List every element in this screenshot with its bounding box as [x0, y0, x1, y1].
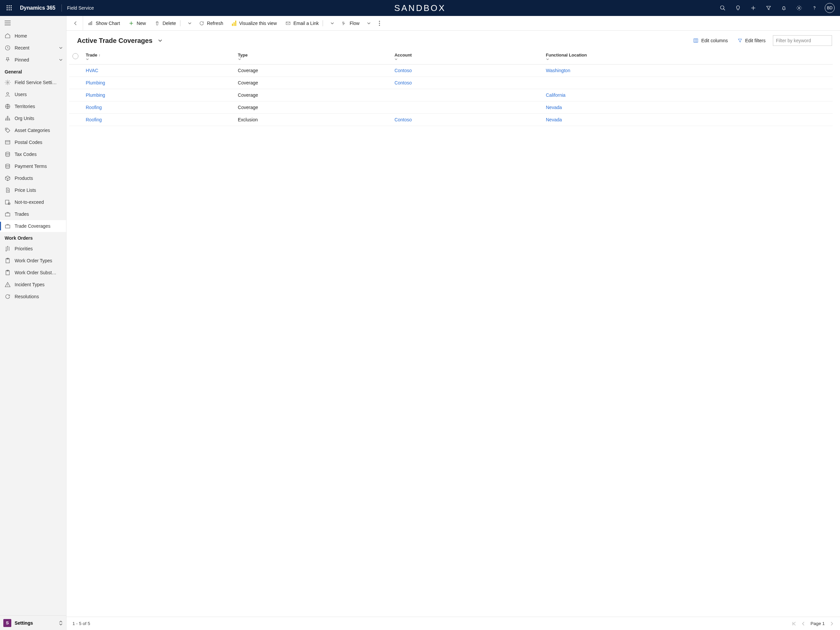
new-button[interactable]: New: [125, 19, 150, 28]
nav-item-payment-terms[interactable]: Payment Terms: [0, 160, 66, 172]
edit-columns-button[interactable]: Edit columns: [691, 36, 730, 44]
row-select[interactable]: [69, 77, 82, 89]
location-link[interactable]: Washington: [546, 68, 570, 73]
flow-chevron[interactable]: [364, 19, 374, 27]
overflow-button[interactable]: [376, 19, 384, 28]
row-select[interactable]: [69, 101, 82, 114]
nav-item-priorities[interactable]: Priorities: [0, 243, 66, 255]
nav-recent[interactable]: Recent: [0, 42, 66, 54]
svg-rect-50: [235, 21, 236, 26]
col-header-functional-location[interactable]: Functional Location: [543, 49, 833, 65]
area-switcher[interactable]: S Settings: [0, 616, 66, 630]
nav-item-trade-coverages[interactable]: Trade Coverages: [0, 220, 66, 232]
nav-item-territories[interactable]: Territories: [0, 100, 66, 112]
table-row[interactable]: RoofingCoverageNevada: [69, 101, 833, 114]
help-icon: [812, 5, 817, 11]
nav-item-work-order-subst-[interactable]: Work Order Subst…: [0, 267, 66, 279]
location-link[interactable]: California: [546, 92, 565, 98]
nav-item-products[interactable]: Products: [0, 172, 66, 184]
chevron-down-icon: [395, 57, 398, 61]
nav-item-price-lists[interactable]: Price Lists: [0, 184, 66, 196]
nav-item-field-service-setti-[interactable]: Field Service Setti…: [0, 76, 66, 89]
col-header-account[interactable]: Account: [391, 49, 543, 65]
edit-filters-button[interactable]: Edit filters: [735, 36, 767, 44]
nav-item-resolutions[interactable]: Resolutions: [0, 291, 66, 302]
powerbi-icon: [232, 21, 237, 26]
nav-item-asset-categories[interactable]: Asset Categories: [0, 124, 66, 136]
product-name[interactable]: Dynamics 365: [16, 5, 60, 11]
svg-point-27: [9, 119, 10, 120]
refresh-button[interactable]: Refresh: [195, 19, 227, 28]
prev-page-icon: [801, 621, 806, 626]
account-link[interactable]: Contoso: [395, 117, 412, 122]
nav-item-trades[interactable]: Trades: [0, 208, 66, 220]
visualize-button[interactable]: Visualize this view: [228, 19, 281, 28]
table-row[interactable]: RoofingExclusionContosoNevada: [69, 114, 833, 126]
delete-button[interactable]: Delete: [150, 18, 184, 28]
nav-item-work-order-types[interactable]: Work Order Types: [0, 255, 66, 267]
search-button[interactable]: [715, 0, 730, 16]
email-link-button[interactable]: Email a Link: [281, 18, 327, 28]
location-link[interactable]: Nevada: [546, 117, 562, 122]
module-name[interactable]: Field Service: [64, 5, 97, 11]
trade-link[interactable]: Plumbing: [86, 92, 105, 98]
row-select[interactable]: [69, 65, 82, 77]
trade-link[interactable]: HVAC: [86, 68, 98, 73]
col-header-trade[interactable]: Trade↑: [82, 49, 235, 65]
back-arrow-icon: [73, 20, 79, 26]
nav-group-heading: Work Orders: [0, 232, 66, 243]
quick-create-button[interactable]: [746, 0, 761, 16]
trade-link[interactable]: Plumbing: [86, 80, 105, 85]
pager-prev[interactable]: [801, 621, 806, 626]
nav-item-incident-types[interactable]: Incident Types: [0, 279, 66, 291]
table-row[interactable]: PlumbingCoverageContoso: [69, 77, 833, 89]
flow-button[interactable]: Flow: [338, 19, 363, 28]
location-link[interactable]: Nevada: [546, 105, 562, 110]
cell-account: [391, 89, 543, 101]
help-button[interactable]: [807, 0, 822, 16]
nav-item-org-units[interactable]: Org Units: [0, 112, 66, 124]
notifications-button[interactable]: [776, 0, 791, 16]
nav-item-tax-codes[interactable]: Tax Codes: [0, 148, 66, 160]
show-chart-button[interactable]: Show Chart: [84, 19, 124, 28]
view-title[interactable]: Active Trade Coverages: [77, 37, 153, 44]
col-header-type[interactable]: Type: [235, 49, 391, 65]
trade-link[interactable]: Roofing: [86, 105, 102, 110]
keyword-filter-input[interactable]: [773, 35, 832, 46]
view-selector-chevron[interactable]: [158, 38, 163, 43]
nav-item-users[interactable]: Users: [0, 89, 66, 100]
back-button[interactable]: [68, 16, 83, 30]
advanced-filter-button[interactable]: [761, 0, 776, 16]
account-link[interactable]: Contoso: [395, 68, 412, 73]
grid-footer: 1 - 5 of 5 Page 1: [66, 617, 840, 630]
avatar: BD: [825, 3, 835, 13]
delete-split-chevron[interactable]: [185, 19, 194, 27]
nav-item-postal-codes[interactable]: Postal Codes: [0, 136, 66, 148]
nav-item-not-to-exceed[interactable]: Not-to-exceed: [0, 196, 66, 208]
row-select[interactable]: [69, 114, 82, 126]
select-all-header[interactable]: [69, 49, 82, 65]
select-all-circle[interactable]: [73, 53, 78, 59]
svg-rect-0: [7, 5, 8, 6]
svg-point-15: [799, 7, 800, 9]
pager-next[interactable]: [829, 621, 834, 626]
nav-group-heading: General: [0, 66, 66, 76]
trade-link[interactable]: Roofing: [86, 117, 102, 122]
nav-collapse-button[interactable]: [0, 16, 66, 30]
nav-pinned[interactable]: Pinned: [0, 54, 66, 66]
app-launcher-button[interactable]: [3, 5, 16, 11]
svg-rect-4: [9, 7, 9, 8]
row-select[interactable]: [69, 89, 82, 101]
nav-home[interactable]: Home: [0, 30, 66, 42]
account-link[interactable]: Contoso: [395, 80, 412, 85]
email-split-chevron[interactable]: [328, 19, 337, 27]
divider: [62, 4, 62, 12]
table-row[interactable]: HVACCoverageContosoWashington: [69, 65, 833, 77]
account-button[interactable]: BD: [822, 0, 837, 16]
settings-button[interactable]: [791, 0, 807, 16]
table-row[interactable]: PlumbingCoverageCalifornia: [69, 89, 833, 101]
pager-first[interactable]: [792, 621, 796, 626]
cmd-label: Refresh: [207, 21, 223, 26]
nte-icon: [5, 199, 11, 205]
assistant-button[interactable]: [730, 0, 746, 16]
